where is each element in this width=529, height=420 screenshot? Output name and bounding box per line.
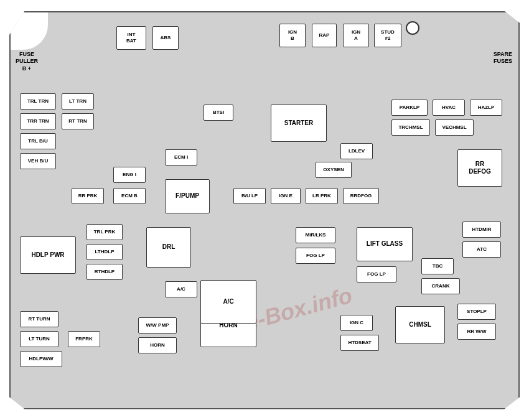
fuse-lthdlp: LTHDLP (87, 244, 123, 260)
fuse-puller-label: FUSEPULLERB + (16, 51, 38, 73)
fuse-trl_bu: TRL B/U (20, 133, 56, 149)
fuse-hdlpww: HDLPW/W (20, 351, 62, 367)
fuse-ac_small: A/C (165, 281, 197, 297)
fuse-mir_lks: MIR/LKS (296, 227, 335, 243)
fuse-box-inner: FUSEPULLERB + SPAREFUSES Fuse-Box.info I… (11, 12, 518, 408)
fuse-htdmir: HTDMIR (462, 222, 501, 238)
fuse-fog_lp_sm: FOG LP (296, 248, 335, 264)
fuse-trr_trn: TRR TRN (20, 113, 56, 129)
fuse-rr_defog: RRDEFOG (457, 149, 502, 187)
fuse-hvac: HVAC (433, 100, 465, 116)
fuse-fog_lp: FOG LP (357, 266, 396, 282)
fuse-ecm_i: ECM I (165, 149, 197, 166)
fuse-eng_i: ENG I (113, 167, 146, 183)
fuse-rr_ww: RR W/W (457, 324, 496, 340)
fuse-hdlp_pwr: HDLP PWR (20, 236, 76, 274)
fuse-int_bat: INTBAT (116, 26, 146, 50)
fuse-rthdlp: RTHDLP (87, 264, 123, 280)
fuse-trl_trn: TRL TRN (20, 93, 56, 110)
spare-fuses-label: SPAREFUSES (494, 51, 512, 65)
fuse-ldlev: LDLEV (340, 143, 373, 159)
fuse-ign_c: IGN C (340, 315, 373, 331)
fuse-frprk: FRPRK (68, 331, 100, 347)
fuse-atc: ATC (462, 241, 501, 258)
fuse-btsi: BTSI (204, 105, 233, 121)
stud-circle (406, 21, 419, 35)
fuse-trchmsl: TRCHMSL (391, 119, 430, 136)
fuse-rrdfog: RRDFOG (343, 188, 379, 204)
fuse-trl_prk: TRL PRK (87, 224, 123, 240)
fuse-horn_sm: HORN (138, 337, 177, 353)
fuse-stoplp: STOPLP (457, 304, 496, 320)
fuse-ign_b: IGNB (279, 24, 306, 47)
fuse-ww_pmp: W/W PMP (138, 317, 177, 334)
fuse-veh_bu: VEH B/U (20, 153, 56, 169)
fuse-box-container: FUSEPULLERB + SPAREFUSES Fuse-Box.info I… (9, 11, 520, 409)
fuse-ac_large: A/C (200, 280, 256, 324)
fuse-starter: STARTER (271, 105, 327, 142)
fuse-f_pump: F/PUMP (165, 179, 210, 213)
fuse-chmsl: CHMSL (395, 306, 445, 343)
corner-notch (11, 12, 48, 50)
fuse-ecm_b: ECM B (113, 188, 146, 204)
fuse-stud2: STUD#2 (374, 24, 401, 47)
fuse-htdseat: HTDSEAT (340, 335, 379, 351)
fuse-lr_prk: LR PRK (306, 188, 338, 204)
fuse-bu_lp: B/U LP (233, 188, 266, 204)
fuse-rt_turn: RT TURN (20, 311, 59, 327)
fuse-crank: CRANK (421, 278, 460, 294)
fuse-parklp: PARKLP (391, 100, 428, 116)
fuse-lift_glass: LIFT GLASS (357, 227, 413, 261)
fuse-ign_e: IGN E (271, 188, 301, 204)
fuse-rr_prk: RR PRK (72, 188, 104, 204)
fuse-hazlp: HAZLP (470, 100, 502, 116)
fuse-oxysen: OXYSEN (316, 162, 352, 178)
fuse-drl: DRL (146, 227, 191, 268)
fuse-tbc: TBC (421, 258, 454, 274)
fuse-lt_turn: LT TURN (20, 331, 59, 347)
fuse-rt_trn: RT TRN (62, 113, 94, 129)
fuse-vechmsl: VECHMSL (435, 119, 474, 136)
fuse-ign_a: IGNA (343, 24, 369, 47)
fuse-abs: ABS (152, 26, 179, 50)
fuse-rap: RAP (312, 24, 337, 47)
fuse-lt_trn: LT TRN (62, 93, 94, 110)
